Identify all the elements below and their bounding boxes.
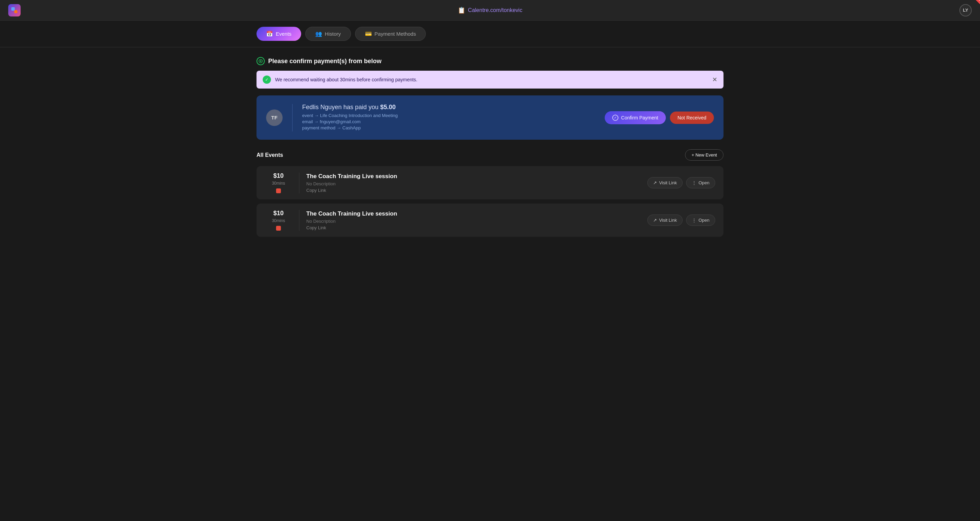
event-divider-0: [299, 173, 299, 193]
svg-point-1: [14, 10, 18, 13]
visit-link-label-1: Visit Link: [659, 218, 677, 223]
confirm-payment-button[interactable]: ✓ Confirm Payment: [605, 111, 666, 124]
event-price-1: $10: [273, 210, 284, 217]
event-actions-1: ↗ Visit Link ⋮ Open: [647, 214, 715, 226]
open-dots-icon-0: ⋮: [692, 180, 696, 185]
paid-text: has paid you: [344, 104, 380, 111]
event-name: Life Coaching Introduction and Meeting: [320, 113, 398, 118]
open-dots-icon-1: ⋮: [692, 218, 696, 223]
event-color-dot-1: [276, 226, 281, 230]
event-left-0: $10 30mins: [265, 172, 292, 193]
event-title-1: The Coach Training Live session: [306, 210, 640, 217]
not-received-button[interactable]: Not Received: [670, 111, 714, 124]
users-icon: 👥: [315, 30, 322, 37]
header: 📋 Calentre.com/tonkevic LY: [0, 0, 980, 21]
event-price-0: $10: [273, 172, 284, 179]
event-color-dot-0: [276, 188, 281, 193]
clipboard-icon: 📋: [458, 6, 465, 14]
copy-link-1[interactable]: Copy Link: [306, 225, 640, 230]
open-button-0[interactable]: ⋮ Open: [686, 177, 715, 188]
payment-card: TF Fedlis Nguyen has paid you $5.00 even…: [256, 95, 724, 140]
event-info-0: The Coach Training Live session No Descr…: [306, 173, 640, 193]
payment-email: fnguyen@gmail.com: [320, 119, 361, 124]
payment-method-value: CashApp: [342, 125, 361, 130]
event-left-1: $10 30mins: [265, 210, 292, 230]
events-section-header: All Events + New Event: [256, 149, 724, 160]
tab-payment-methods[interactable]: 💳 Payment Methods: [355, 27, 426, 41]
tab-events[interactable]: 📅 Events: [256, 27, 301, 41]
confirm-header-title: Please confirm payment(s) from below: [268, 58, 382, 65]
info-banner-close-button[interactable]: ✕: [712, 76, 718, 83]
visit-link-icon-0: ↗: [653, 180, 657, 185]
confirm-header: Please confirm payment(s) from below: [256, 57, 724, 65]
payment-title: Fedlis Nguyen has paid you $5.00: [302, 104, 598, 111]
credit-card-icon: 💳: [365, 30, 372, 37]
payment-event-detail: event → Life Coaching Introduction and M…: [302, 113, 598, 118]
open-label-1: Open: [698, 218, 710, 223]
not-received-label: Not Received: [678, 115, 706, 121]
nav-tabs: 📅 Events 👥 History 💳 Payment Methods: [250, 21, 730, 47]
tab-payment-methods-label: Payment Methods: [375, 31, 416, 37]
tab-history[interactable]: 👥 History: [305, 27, 351, 41]
payment-actions: ✓ Confirm Payment Not Received: [605, 111, 714, 124]
confirm-check-icon: ✓: [612, 114, 619, 121]
event-card-1: $10 30mins The Coach Training Live sessi…: [256, 203, 724, 237]
open-button-1[interactable]: ⋮ Open: [686, 214, 715, 226]
payment-info: Fedlis Nguyen has paid you $5.00 event →…: [302, 104, 598, 132]
payment-amount: $5.00: [380, 104, 396, 111]
svg-rect-0: [11, 7, 15, 11]
event-desc-0: No Description: [306, 181, 640, 186]
copy-link-0[interactable]: Copy Link: [306, 188, 640, 193]
calendar-icon: 📅: [266, 30, 273, 37]
event-title-0: The Coach Training Live session: [306, 173, 640, 180]
info-banner: ✓ We recommend waiting about 30mins befo…: [256, 71, 724, 89]
payer-name: Fedlis Nguyen: [302, 104, 342, 111]
visit-link-button-1[interactable]: ↗ Visit Link: [647, 214, 682, 226]
header-url-text: Calentre.com/tonkevic: [468, 7, 522, 13]
visit-link-button-0[interactable]: ↗ Visit Link: [647, 177, 682, 188]
confirm-payment-label: Confirm Payment: [621, 115, 658, 121]
event-actions-0: ↗ Visit Link ⋮ Open: [647, 177, 715, 188]
payment-method-label: payment method →: [302, 125, 342, 130]
payment-card-divider: [292, 104, 293, 132]
visit-link-label-0: Visit Link: [659, 180, 677, 185]
visit-link-icon-1: ↗: [653, 218, 657, 223]
event-duration-1: 30mins: [272, 218, 285, 223]
payment-avatar: TF: [266, 110, 283, 126]
info-banner-text: We recommend waiting about 30mins before…: [275, 77, 418, 83]
info-banner-left: ✓ We recommend waiting about 30mins befo…: [262, 76, 418, 84]
event-label: event →: [302, 113, 320, 118]
event-desc-1: No Description: [306, 219, 640, 224]
svg-point-3: [260, 60, 261, 62]
event-info-1: The Coach Training Live session No Descr…: [306, 210, 640, 230]
tab-events-label: Events: [276, 31, 291, 37]
event-card-0: $10 30mins The Coach Training Live sessi…: [256, 166, 724, 199]
open-label-0: Open: [698, 180, 710, 185]
confirm-header-icon: [256, 57, 265, 65]
tab-history-label: History: [325, 31, 341, 37]
events-section-title: All Events: [256, 152, 283, 158]
payment-method-detail: payment method → CashApp: [302, 125, 598, 130]
main-content: Please confirm payment(s) from below ✓ W…: [250, 48, 730, 251]
event-duration-0: 30mins: [272, 181, 285, 186]
logo: [8, 4, 21, 16]
new-event-button[interactable]: + New Event: [685, 149, 724, 160]
avatar[interactable]: LY: [959, 4, 972, 16]
info-banner-check-icon: ✓: [262, 76, 271, 84]
logo-icon: [8, 4, 21, 16]
event-divider-1: [299, 210, 299, 230]
email-label: email →: [302, 119, 320, 124]
payment-email-detail: email → fnguyen@gmail.com: [302, 119, 598, 124]
header-url-link[interactable]: 📋 Calentre.com/tonkevic: [458, 6, 522, 14]
